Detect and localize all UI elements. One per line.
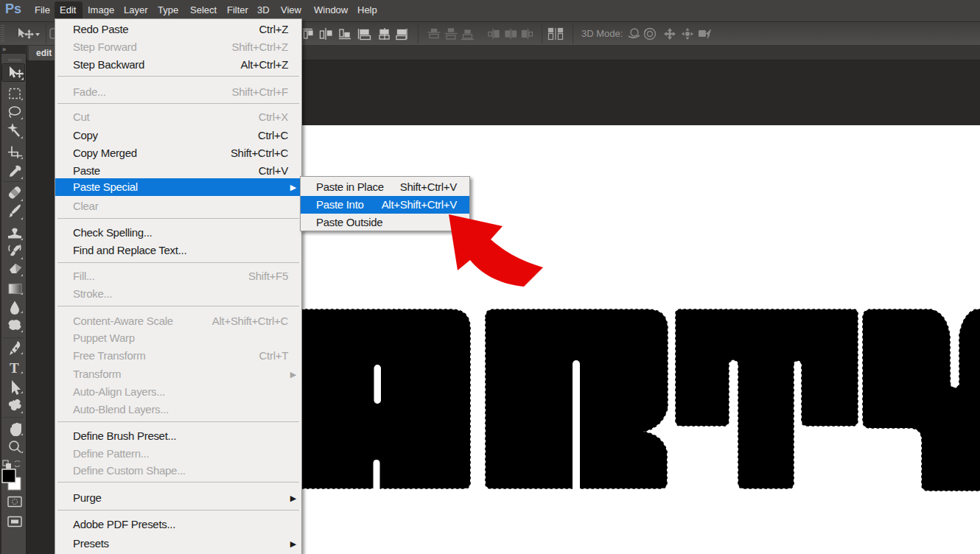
svg-text:T: T — [10, 360, 19, 376]
svg-text:3D Mode:: 3D Mode: — [581, 28, 623, 39]
